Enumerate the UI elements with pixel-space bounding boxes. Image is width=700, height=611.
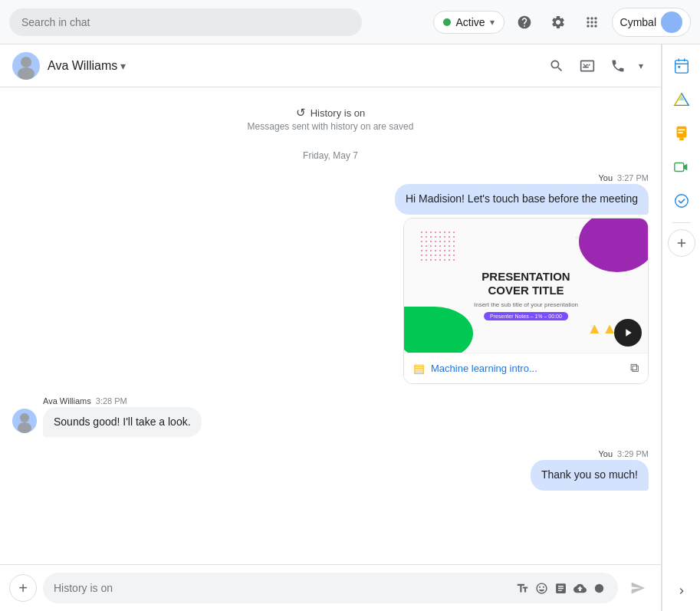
text-format-button[interactable] [514, 580, 531, 596]
decor-green [404, 307, 473, 353]
sidebar-divider [672, 222, 691, 223]
attachment-preview: ▲▲ ○ ○ ○ PRESENTATIONCOVER TITLE Insert … [404, 218, 648, 353]
input-field-wrapper [43, 573, 618, 603]
decor-purple [579, 218, 648, 272]
main-area: Ava Williams ▾ ▾ [0, 44, 700, 611]
attachment-footer: ▤ Machine learning intro... ⧉ [404, 353, 648, 383]
sidebar-keep-button[interactable] [666, 118, 697, 149]
input-bar: + [0, 564, 661, 611]
preview-badge: Presenter Notes – 1% – 00:00 [484, 312, 568, 320]
search-input[interactable] [9, 8, 362, 36]
settings-button[interactable] [544, 8, 572, 36]
help-button[interactable] [511, 8, 538, 36]
phone-wrapper: ▾ [604, 52, 649, 80]
svg-point-3 [18, 67, 35, 80]
search-wrapper [9, 8, 362, 36]
msg-time-3: 3:29 PM [617, 449, 649, 458]
phone-call-button[interactable] [604, 52, 632, 80]
contact-chevron-icon: ▾ [120, 60, 126, 72]
sidebar-add-button[interactable] [668, 229, 695, 257]
sidebar-collapse-button[interactable] [668, 577, 695, 605]
history-icon: ↺ [296, 106, 306, 120]
svg-point-18 [675, 195, 688, 208]
upload-button[interactable] [572, 580, 588, 596]
chat-header: Ava Williams ▾ ▾ [0, 44, 661, 87]
msg-meta-2: Ava Williams 3:28 PM [43, 396, 127, 406]
msg-time-2: 3:28 PM [96, 396, 127, 406]
attachment-card[interactable]: ▲▲ ○ ○ ○ PRESENTATIONCOVER TITLE Insert … [403, 218, 649, 384]
emoji-button[interactable] [534, 580, 550, 596]
phone-chevron-button[interactable]: ▾ [633, 52, 649, 80]
incoming-message-1: Ava Williams 3:28 PM Sounds good! I'll t… [43, 396, 202, 438]
svg-point-4 [20, 413, 29, 422]
incoming-message-1-row: Ava Williams 3:28 PM Sounds good! I'll t… [12, 396, 649, 444]
search-messages-button[interactable] [543, 52, 570, 80]
history-notice: ↺ History is on Messages sent with histo… [12, 106, 649, 132]
top-right-actions: Active ▾ Cymbal [433, 8, 691, 37]
svg-rect-14 [679, 138, 684, 141]
history-subtitle: Messages sent with history on are saved [12, 121, 649, 132]
outgoing-message-1: You 3:27 PM Hi Madision! Let's touch bas… [12, 173, 649, 384]
record-button[interactable] [591, 580, 607, 596]
account-button[interactable]: Cymbal [612, 8, 691, 37]
play-button[interactable] [614, 319, 642, 347]
msg-bubble-3: Thank you so much! [531, 460, 649, 491]
active-status-button[interactable]: Active ▾ [433, 11, 504, 34]
history-line: ↺ History is on [12, 106, 649, 120]
svg-rect-13 [676, 126, 686, 138]
decor-dot-tl: ○ [427, 241, 432, 250]
msg-time-1: 3:27 PM [617, 173, 649, 182]
decor-dot-br: ○ [590, 323, 594, 330]
right-sidebar [662, 44, 700, 611]
sidebar-drive-button[interactable] [666, 84, 697, 115]
top-bar: Active ▾ Cymbal [0, 0, 700, 44]
history-title: History is on [311, 107, 366, 119]
svg-point-5 [18, 422, 31, 433]
svg-rect-17 [674, 163, 683, 172]
send-button[interactable] [624, 574, 652, 602]
attachment-filename[interactable]: Machine learning intro... [431, 363, 624, 374]
add-attachment-button[interactable]: + [9, 574, 37, 602]
copy-icon[interactable]: ⧉ [630, 361, 639, 375]
sender-label: You [598, 173, 613, 182]
contact-name[interactable]: Ava Williams [48, 59, 117, 73]
sidebar-calendar-button[interactable] [666, 51, 697, 81]
incoming-avatar [12, 409, 37, 433]
active-dot-indicator [443, 18, 451, 26]
svg-rect-16 [678, 132, 682, 133]
preview-bg: ▲▲ ○ ○ ○ PRESENTATIONCOVER TITLE Insert … [404, 218, 648, 353]
decor-pink-dots [419, 230, 458, 261]
cymbal-label: Cymbal [620, 16, 656, 28]
svg-point-6 [595, 583, 603, 592]
svg-point-0 [668, 15, 675, 23]
date-divider: Friday, May 7 [12, 150, 649, 161]
active-label: Active [455, 16, 485, 28]
sidebar-tasks-button[interactable] [666, 186, 697, 216]
preview-title: PRESENTATIONCOVER TITLE [481, 270, 570, 297]
chevron-down-icon: ▾ [490, 17, 495, 28]
contact-avatar [12, 52, 40, 80]
sender-label-2: Ava Williams [43, 396, 91, 406]
insert-button[interactable] [553, 580, 569, 596]
msg-meta-3: You 3:29 PM [598, 449, 649, 458]
msg-bubble-2: Sounds good! I'll take a look. [43, 407, 202, 438]
preview-subtitle: Insert the sub title of your presentatio… [474, 301, 578, 308]
svg-rect-8 [678, 66, 680, 68]
chat-panel: Ava Williams ▾ ▾ [0, 44, 662, 611]
decor-dot-tr: ○ [575, 234, 579, 241]
slides-icon: ▤ [413, 361, 425, 376]
svg-point-2 [21, 57, 31, 67]
header-actions: ▾ [543, 52, 649, 80]
sidebar-meet-button[interactable] [666, 152, 697, 182]
video-call-button[interactable] [573, 52, 601, 80]
account-avatar [661, 11, 682, 33]
svg-point-1 [665, 25, 678, 32]
msg-bubble-1: Hi Madision! Let's touch base before the… [395, 184, 649, 215]
outgoing-message-2: You 3:29 PM Thank you so much! [12, 449, 649, 491]
svg-rect-15 [678, 130, 685, 131]
msg-meta-1: You 3:27 PM [598, 173, 649, 182]
svg-rect-7 [675, 61, 688, 74]
apps-button[interactable] [578, 8, 606, 36]
message-input[interactable] [54, 582, 511, 594]
messages-area: ↺ History is on Messages sent with histo… [0, 87, 661, 564]
